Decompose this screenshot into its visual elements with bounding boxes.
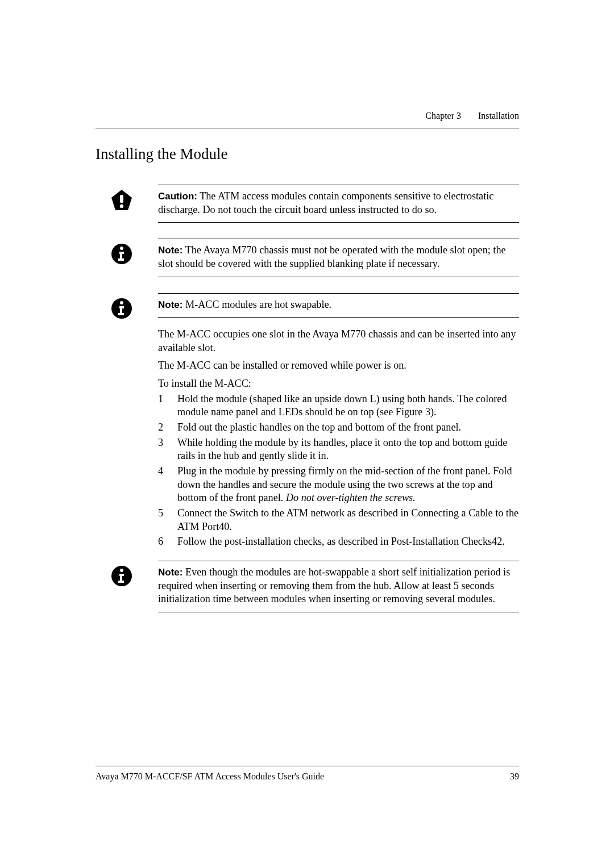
- caution-icon: [110, 189, 133, 211]
- note-text: Even though the modules are hot-swappabl…: [158, 566, 510, 604]
- note-text: The Avaya M770 chassis must not be opera…: [158, 244, 506, 269]
- footer-rule: [96, 766, 519, 766]
- info-icon: [110, 297, 133, 320]
- step-2: Fold out the plastic handles on the top …: [158, 421, 519, 435]
- svg-point-7: [120, 569, 123, 572]
- step-text-italic: Do not over-tighten the screws.: [286, 492, 416, 503]
- footer-doc-title: Avaya M770 M-ACCF/SF ATM Access Modules …: [96, 771, 324, 783]
- caution-box: Caution: The ATM access modules contain …: [158, 185, 519, 223]
- svg-point-5: [120, 301, 123, 304]
- step-4: Plug in the module by pressing firmly on…: [158, 465, 519, 505]
- step-1: Hold the module (shaped like an upside d…: [158, 393, 519, 419]
- intro-para-3: To install the M-ACC:: [158, 377, 519, 391]
- note-label: Note:: [158, 245, 182, 256]
- step-text: Hold the module (shaped like an upside d…: [177, 393, 507, 418]
- step-text: Follow the post-installation checks, as …: [177, 536, 505, 547]
- note-box-2: Note: M-ACC modules are hot swapable.: [158, 293, 519, 318]
- install-steps: Hold the module (shaped like an upside d…: [158, 393, 519, 549]
- svg-rect-0: [120, 195, 123, 203]
- running-header: Chapter 3 Installation: [96, 110, 519, 122]
- step-text: Fold out the plastic handles on the top …: [177, 422, 461, 433]
- footer-page-number: 39: [510, 771, 519, 783]
- page-footer: Avaya M770 M-ACCF/SF ATM Access Modules …: [96, 766, 519, 783]
- step-3: While holding the module by its handles,…: [158, 436, 519, 463]
- note-label: Note:: [158, 567, 182, 578]
- chapter-title: Installation: [478, 111, 519, 120]
- intro-para-1: The M-ACC occupies one slot in the Avaya…: [158, 328, 519, 354]
- note-label: Note:: [158, 299, 182, 310]
- note-text: M-ACC modules are hot swapable.: [185, 299, 331, 310]
- info-icon: [110, 565, 133, 587]
- info-icon: [110, 243, 133, 265]
- step-5: Connect the Switch to the ATM network as…: [158, 507, 519, 533]
- step-text: While holding the module by its handles,…: [177, 437, 507, 462]
- intro-para-2: The M-ACC can be installed or removed wh…: [158, 359, 519, 373]
- step-text: Connect the Switch to the ATM network as…: [177, 507, 518, 532]
- svg-point-1: [120, 205, 123, 208]
- step-6: Follow the post-installation checks, as …: [158, 535, 519, 549]
- note-box-3: Note: Even though the modules are hot-sw…: [158, 561, 519, 612]
- caution-label: Caution:: [158, 191, 197, 202]
- section-title: Installing the Module: [96, 144, 519, 164]
- header-rule: [96, 128, 519, 128]
- note-box-1: Note: The Avaya M770 chassis must not be…: [158, 239, 519, 277]
- svg-point-3: [120, 247, 123, 250]
- caution-text: The ATM access modules contain component…: [158, 190, 493, 215]
- chapter-label: Chapter 3: [425, 111, 461, 120]
